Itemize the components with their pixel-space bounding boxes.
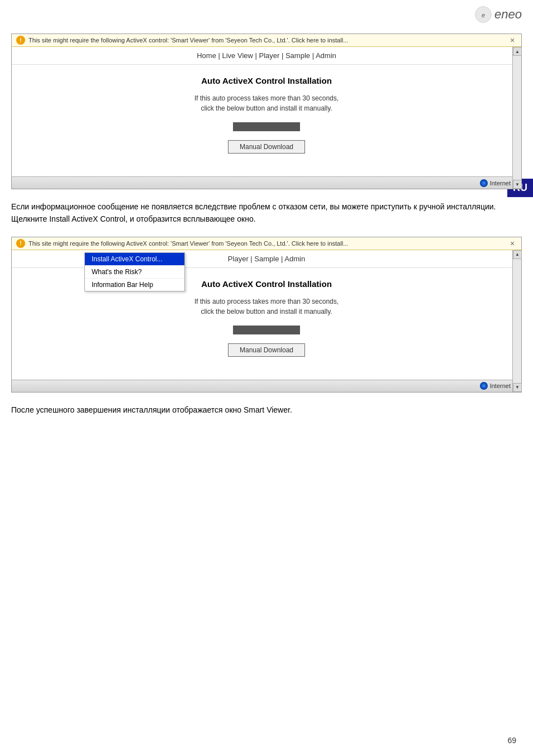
activex-desc-1: If this auto process takes more than 30 … <box>34 93 499 113</box>
paragraph-1: Если информационное сообщение не появляе… <box>11 200 522 226</box>
progress-bar-1 <box>233 122 300 131</box>
paragraph-1-text: Если информационное сообщение не появляе… <box>11 200 522 226</box>
navbar-text-1: Home | Live View | Player | Sample | Adm… <box>197 51 336 60</box>
scroll-down-btn-1[interactable]: ▼ <box>513 180 522 189</box>
logo-area: e eneo <box>474 6 522 23</box>
internet-status-2: Internet <box>480 382 511 390</box>
browser-statusbar-2: Internet ⠿ <box>12 380 521 392</box>
navbar-text-2: Player | Sample | Admin <box>228 255 305 263</box>
paragraph-2-text: После успешного завершения инсталляции о… <box>11 404 522 416</box>
dropdown-item-help[interactable]: Information Bar Help <box>85 279 184 291</box>
internet-label-1: Internet <box>490 180 511 186</box>
dropdown-menu-2[interactable]: Install ActiveX Control... What's the Ri… <box>84 252 185 291</box>
activex-desc-line2-2: click the below button and install it ma… <box>201 308 332 315</box>
internet-icon-1 <box>480 179 488 187</box>
scroll-up-btn-2[interactable]: ▲ <box>513 250 522 259</box>
internet-icon-2 <box>480 382 488 390</box>
info-bar-icon-2: ! <box>16 239 25 248</box>
browser-main-1: Auto ActiveX Control Installation If thi… <box>12 65 521 176</box>
manual-download-btn-2[interactable]: Manual Download <box>228 343 305 357</box>
progress-bar-2 <box>233 326 300 334</box>
browser-statusbar-1: Internet ⠿ <box>12 176 521 189</box>
info-bar-text-2: This site might require the following Ac… <box>28 240 348 247</box>
browser-window-2: ! This site might require the following … <box>11 237 522 393</box>
scrollbar-2[interactable]: ▲ ▼ <box>512 250 521 392</box>
activex-desc-2: If this auto process takes more than 30 … <box>34 296 499 317</box>
browser-info-bar-2[interactable]: ! This site might require the following … <box>12 237 521 250</box>
info-bar-icon-1: ! <box>16 36 25 45</box>
eneo-logo-icon: e <box>474 6 492 23</box>
manual-download-btn-1[interactable]: Manual Download <box>228 140 305 154</box>
info-bar-close-btn-1[interactable]: × <box>508 36 517 45</box>
activex-desc-line1-2: If this auto process takes more than 30 … <box>194 298 339 305</box>
browser-info-bar-1[interactable]: ! This site might require the following … <box>12 34 521 47</box>
browser-navbar-1: Home | Live View | Player | Sample | Adm… <box>12 47 521 65</box>
svg-text:e: e <box>482 12 485 18</box>
page-number: 69 <box>507 736 516 745</box>
scroll-down-btn-2[interactable]: ▼ <box>513 383 522 392</box>
activex-desc-line1-1: If this auto process takes more than 30 … <box>194 94 339 102</box>
scrollbar-1[interactable]: ▲ ▼ <box>512 47 521 189</box>
internet-label-2: Internet <box>490 382 511 389</box>
internet-status-1: Internet <box>480 179 511 187</box>
browser-window-1: ! This site might require the following … <box>11 34 522 189</box>
activex-desc-line2-1: click the below button and install it ma… <box>201 104 332 112</box>
dropdown-item-install[interactable]: Install ActiveX Control... <box>85 253 184 266</box>
scroll-up-btn-1[interactable]: ▲ <box>513 47 522 56</box>
paragraph-2: После успешного завершения инсталляции о… <box>11 404 522 416</box>
info-bar-text-1: This site might require the following Ac… <box>28 37 348 44</box>
dropdown-item-risk[interactable]: What's the Risk? <box>85 266 184 279</box>
logo-text: eneo <box>494 7 522 22</box>
info-bar-close-btn-2[interactable]: × <box>508 239 517 248</box>
activex-title-1: Auto ActiveX Control Installation <box>34 76 499 85</box>
